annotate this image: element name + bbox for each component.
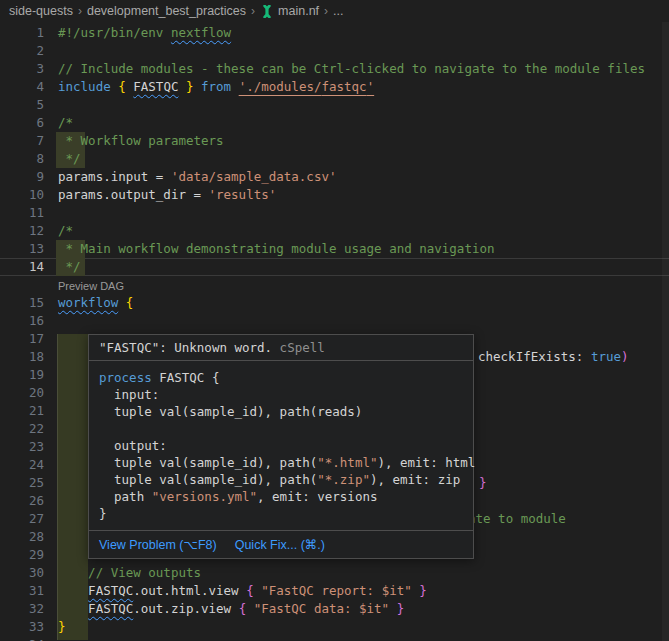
code-token: .out.html.view xyxy=(133,583,246,598)
code-token: */ xyxy=(58,259,81,274)
code-line[interactable]: 5 xyxy=(0,96,669,114)
tooltip-code-line: tuple val(sample_id), path("*.html"), em… xyxy=(99,454,469,471)
breadcrumb-item-side-quests[interactable]: side-quests xyxy=(9,4,73,18)
line-number: 31 xyxy=(0,582,44,600)
code-line-content[interactable]: /* xyxy=(58,114,73,132)
code-line[interactable]: 11 xyxy=(0,204,669,222)
code-line-content[interactable]: FASTQC.out.html.view { "FastQC report: $… xyxy=(58,582,427,600)
line-number: 6 xyxy=(0,114,44,132)
code-token xyxy=(231,79,239,94)
line-number: 3 xyxy=(0,60,44,78)
editor[interactable]: 1#!/usr/bin/env nextflow23// Include mod… xyxy=(0,22,669,641)
code-token: #!/usr/bin/env xyxy=(58,25,171,40)
quick-fix-link[interactable]: Quick Fix... (⌘.) xyxy=(235,537,325,552)
code-line[interactable]: 12/* xyxy=(0,222,669,240)
line-number: 32 xyxy=(0,600,44,618)
code-line-content[interactable]: ate to module xyxy=(468,510,566,528)
code-line[interactable]: 30 // View outputs xyxy=(0,564,669,582)
code-line[interactable]: 7 * Workflow parameters xyxy=(0,132,669,150)
chevron-right-icon: › xyxy=(251,4,255,18)
code-token: } xyxy=(186,79,194,94)
tooltip-code-line: path "versions.yml", emit: versions xyxy=(99,488,469,505)
code-token: "*.zip" xyxy=(317,472,370,487)
line-number: 30 xyxy=(0,564,44,582)
code-line-content[interactable]: */ xyxy=(58,258,81,276)
code-token: , emit: versions xyxy=(257,489,377,504)
code-token: params.output_dir = xyxy=(58,187,209,202)
code-line[interactable]: 8 */ xyxy=(0,150,669,168)
scrollbar-track[interactable] xyxy=(662,22,669,641)
code-line[interactable]: 13 * Main workflow demonstrating module … xyxy=(0,240,669,258)
codelens-preview-dag[interactable]: Preview DAG xyxy=(58,277,124,295)
code-token: ), emit: zip xyxy=(370,472,460,487)
code-line[interactable]: 14 */ xyxy=(0,258,669,276)
line-number: 27 xyxy=(0,510,44,528)
code-token: 'results' xyxy=(209,187,277,202)
squiggle-text: FASTQC xyxy=(88,601,133,616)
code-line[interactable]: 6/* xyxy=(0,114,669,132)
code-token xyxy=(58,601,88,616)
diagnostic-text: "FASTQC": Unknown word. xyxy=(99,340,272,355)
code-line[interactable]: 3// Include modules - these can be Ctrl-… xyxy=(0,60,669,78)
code-line[interactable]: 34 xyxy=(0,636,669,641)
code-line[interactable]: 9params.input = 'data/sample_data.csv' xyxy=(0,168,669,186)
code-line-content[interactable]: // Include modules - these can be Ctrl-c… xyxy=(58,60,645,78)
code-token: include xyxy=(58,79,111,94)
code-line[interactable]: 2 xyxy=(0,42,669,60)
code-line-content[interactable]: * Main workflow demonstrating module usa… xyxy=(58,240,495,258)
code-token: ) xyxy=(621,349,629,364)
code-line-content[interactable]: */ xyxy=(58,150,81,168)
code-token xyxy=(118,295,126,310)
code-token: { xyxy=(126,295,134,310)
code-line[interactable]: 33} xyxy=(0,618,669,636)
code-line[interactable]: 32 FASTQC.out.zip.view { "FastQC data: $… xyxy=(0,600,669,618)
chevron-right-icon: › xyxy=(78,4,82,18)
code-token: ' xyxy=(367,79,375,94)
code-line[interactable]: 4include { FASTQC } from './modules/fast… xyxy=(0,78,669,96)
code-line-content[interactable]: /* xyxy=(58,222,73,240)
diagnostic-source: cSpell xyxy=(272,340,325,355)
code-token: ), emit: html xyxy=(377,455,475,470)
code-token: /* xyxy=(58,115,73,130)
line-number: 2 xyxy=(0,42,44,60)
code-token: { xyxy=(239,601,254,616)
code-token: "*.html" xyxy=(317,455,377,470)
breadcrumb: side-quests›development_best_practices›m… xyxy=(0,0,669,22)
line-number: 20 xyxy=(0,384,44,402)
squiggle-text: FASTQC xyxy=(133,79,178,94)
code-line-content[interactable]: params.output_dir = 'results' xyxy=(58,186,276,204)
code-line-content[interactable]: FASTQC.out.zip.view { "FastQC data: $it"… xyxy=(58,600,404,618)
code-line-content[interactable]: include { FASTQC } from './modules/fastq… xyxy=(58,78,374,96)
tooltip-code-line: output: xyxy=(99,437,469,454)
line-number: 11 xyxy=(0,204,44,222)
code-line-content[interactable]: checkIfExists: true) xyxy=(478,348,629,366)
breadcrumb-label: main.nf xyxy=(278,4,319,18)
code-line-content[interactable]: workflow { xyxy=(58,294,133,312)
code-token xyxy=(58,529,88,544)
breadcrumb-item-main-nf[interactable]: main.nf xyxy=(260,4,319,18)
breadcrumb-label: ... xyxy=(333,4,343,18)
code-line[interactable]: 15workflow { xyxy=(0,294,669,312)
code-line-content[interactable]: } xyxy=(58,618,66,636)
code-line[interactable]: 16 xyxy=(0,312,669,330)
code-line-content[interactable]: * Workflow parameters xyxy=(58,132,224,150)
code-line-content[interactable]: params.input = 'data/sample_data.csv' xyxy=(58,168,336,186)
tooltip-diagnostic-message: "FASTQC": Unknown word. cSpell xyxy=(89,335,473,360)
code-line[interactable]: 10params.output_dir = 'results' xyxy=(0,186,669,204)
line-number: 21 xyxy=(0,402,44,420)
breadcrumb-item-development-best-practices[interactable]: development_best_practices xyxy=(87,4,246,18)
line-number: 24 xyxy=(0,456,44,474)
breadcrumb-item--[interactable]: ... xyxy=(333,4,343,18)
view-problem-link[interactable]: View Problem (⌥F8) xyxy=(99,537,217,552)
line-number: 4 xyxy=(0,78,44,96)
code-line-content[interactable]: #!/usr/bin/env nextflow xyxy=(58,24,231,42)
code-line[interactable]: 1#!/usr/bin/env nextflow xyxy=(0,24,669,42)
line-number: 29 xyxy=(0,546,44,564)
code-line[interactable]: 31 FASTQC.out.html.view { "FastQC report… xyxy=(0,582,669,600)
codelens-row: Preview DAG xyxy=(0,276,669,294)
code-token: /* xyxy=(58,223,73,238)
code-token: "versions.yml" xyxy=(152,489,257,504)
line-number: 23 xyxy=(0,438,44,456)
code-line-content[interactable]: // View outputs xyxy=(58,564,201,582)
code-token: { xyxy=(118,79,126,94)
